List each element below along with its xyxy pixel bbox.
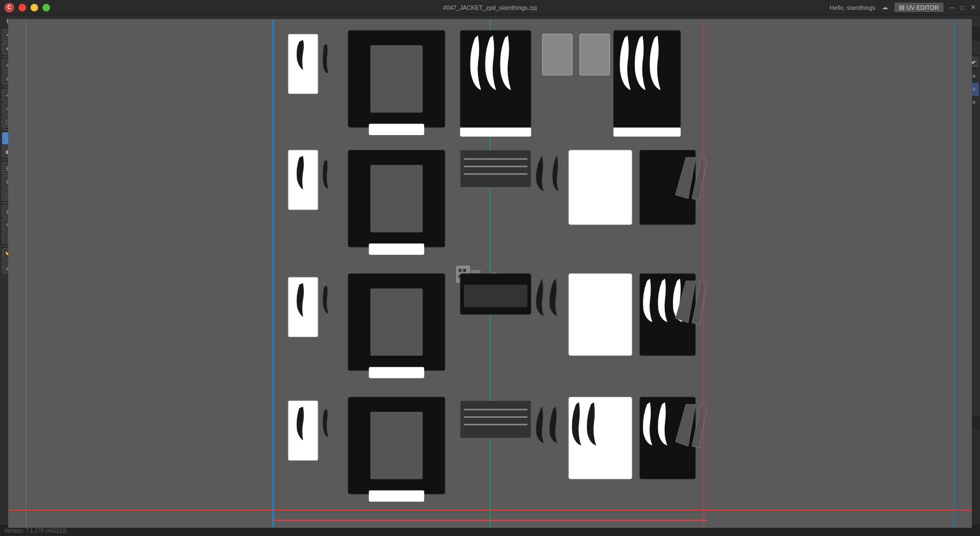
title-bar: C #047_JACKET_zpd_slamthings.zpj Hello, …	[0, 0, 980, 15]
title-right: Hello, slamthings ☁ ▤ UV EDITOR ─ □ ✕	[830, 3, 976, 12]
svg-rect-13	[460, 127, 531, 136]
svg-rect-10	[542, 34, 572, 75]
version-text: Version: 7.1.178 (#42210)	[4, 528, 67, 534]
svg-rect-24	[568, 150, 632, 224]
svg-rect-11	[580, 34, 610, 75]
svg-rect-28	[463, 269, 466, 272]
svg-rect-12	[460, 31, 531, 128]
svg-rect-39	[464, 285, 528, 307]
svg-rect-37	[369, 367, 424, 379]
svg-rect-40	[568, 273, 632, 356]
fabric-vis-1[interactable]: 👁	[971, 74, 977, 80]
uv-editor-badge: ▤ UV EDITOR	[895, 3, 944, 12]
svg-rect-20	[460, 150, 531, 187]
fabric-vis-2[interactable]: 👁	[971, 100, 977, 106]
svg-rect-27	[458, 269, 461, 272]
maximize-button[interactable]	[42, 4, 50, 11]
svg-rect-15	[614, 127, 681, 136]
user-greeting: Hello, slamthings	[830, 4, 875, 11]
svg-rect-18	[370, 165, 422, 233]
svg-rect-8	[370, 45, 422, 113]
svg-rect-44	[370, 412, 422, 479]
uv-map-svg	[26, 27, 954, 525]
svg-rect-36	[370, 288, 422, 356]
minimize-button[interactable]	[30, 4, 38, 11]
uv-panel: UV Editor ↖ ✥ ⟲ ⊕ 🔍	[387, 27, 871, 525]
main-area: ↖ ✥ ⟲ ⊕ ✏ ✂ ⬡ ⤢ ◐ ☰ ⊞ ⬚ ⊟ ≡ ⋮ 📏 🖊 HISTOR…	[0, 27, 980, 525]
window-max-icon[interactable]: □	[960, 4, 964, 11]
window-title: #047_JACKET_zpd_slamthings.zpj	[443, 4, 537, 11]
svg-rect-19	[369, 243, 424, 255]
svg-rect-46	[460, 401, 531, 438]
title-bar-left: C	[4, 3, 50, 13]
svg-rect-9	[369, 124, 424, 135]
app-logo: C	[4, 3, 14, 13]
window-min-icon[interactable]: ─	[950, 4, 954, 11]
fabric-vis-collar[interactable]: 👁	[971, 87, 977, 93]
sync-icon: ☁	[882, 4, 888, 11]
svg-rect-45	[369, 490, 424, 502]
window-close-icon[interactable]: ✕	[971, 4, 976, 11]
uv-editor-icon: ▤	[899, 4, 904, 11]
uv-map-container[interactable]	[8, 27, 972, 525]
uv-editor-label: UV EDITOR	[906, 4, 939, 11]
close-button[interactable]	[19, 4, 26, 11]
